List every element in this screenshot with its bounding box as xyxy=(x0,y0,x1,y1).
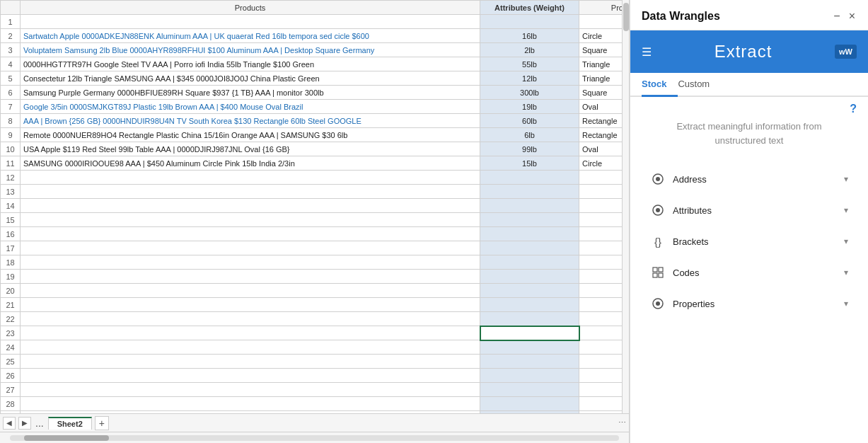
cell-b[interactable] xyxy=(480,270,579,284)
cell-a[interactable] xyxy=(21,340,480,355)
cell-b[interactable] xyxy=(480,298,579,312)
cell-a[interactable]: SAMSUNG 0000IRIOOUE98 AAA | $450 Aluminu… xyxy=(21,156,480,171)
cell-c[interactable] xyxy=(579,383,623,397)
cell-c[interactable]: Rectangle xyxy=(579,114,623,128)
cell-b[interactable]: 12lb xyxy=(480,71,579,86)
cell-c[interactable]: Rectangle xyxy=(579,128,623,142)
cell-b[interactable] xyxy=(480,355,579,369)
cell-c[interactable]: Oval xyxy=(579,100,623,114)
cell-c[interactable] xyxy=(579,298,623,312)
cell-a[interactable]: Samsung Purple Germany 0000HBFIUE89RH Sq… xyxy=(21,86,480,100)
help-icon-btn[interactable]: ? xyxy=(850,103,857,115)
vertical-scrollbar[interactable] xyxy=(622,0,629,413)
cell-b[interactable] xyxy=(480,255,579,270)
cell-b[interactable] xyxy=(480,15,579,29)
cell-b[interactable]: 16lb xyxy=(480,29,579,43)
sheet-tab-sheet2[interactable]: Sheet2 xyxy=(48,417,92,430)
v-scrollbar-thumb[interactable] xyxy=(623,3,629,31)
cell-b[interactable]: 15lb xyxy=(480,156,579,171)
cell-c[interactable] xyxy=(579,270,623,284)
sheet-prev-btn[interactable]: ◀ xyxy=(3,417,16,430)
cell-a[interactable]: 0000HHGT7TR97H Google Steel TV AAA | Por… xyxy=(21,57,480,71)
cell-b[interactable] xyxy=(480,369,579,383)
cell-b[interactable] xyxy=(480,284,579,298)
cell-a[interactable] xyxy=(21,171,480,185)
tab-custom[interactable]: Custom xyxy=(678,73,721,97)
panel-minimize-btn[interactable]: − xyxy=(832,8,841,24)
cell-a[interactable] xyxy=(21,383,480,397)
cell-c[interactable] xyxy=(579,15,623,29)
cell-b[interactable] xyxy=(480,171,579,185)
cell-a[interactable] xyxy=(21,255,480,270)
cell-b[interactable] xyxy=(480,397,579,411)
cell-a[interactable] xyxy=(21,199,480,213)
cell-a[interactable] xyxy=(21,185,480,199)
cell-c[interactable]: Circle xyxy=(579,156,623,171)
sheet-dots[interactable]: ... xyxy=(34,418,45,429)
cell-b[interactable]: 60lb xyxy=(480,114,579,128)
cell-c[interactable] xyxy=(579,185,623,199)
cell-b[interactable]: 2lb xyxy=(480,43,579,57)
cell-a[interactable]: AAA | Brown {256 GB} 0000HNDUIR98U4N TV … xyxy=(21,114,480,128)
cell-c[interactable] xyxy=(579,312,623,326)
cell-a[interactable]: USA Apple $119 Red Steel 99lb Table AAA … xyxy=(21,142,480,156)
cell-c[interactable] xyxy=(579,397,623,411)
option-brackets[interactable]: {} Brackets ▾ xyxy=(642,226,857,256)
cell-c[interactable]: Circle xyxy=(579,29,623,43)
cell-c[interactable] xyxy=(579,340,623,355)
col-c-header[interactable]: Prope xyxy=(579,1,623,15)
cell-c[interactable] xyxy=(579,241,623,255)
option-attributes[interactable]: Attributes ▾ xyxy=(642,195,857,225)
cell-b[interactable] xyxy=(480,383,579,397)
hamburger-icon[interactable]: ☰ xyxy=(642,45,652,59)
cell-b[interactable] xyxy=(480,326,579,340)
cell-a[interactable] xyxy=(21,326,480,340)
cell-c[interactable]: Triangle xyxy=(579,71,623,86)
panel-close-btn[interactable]: × xyxy=(847,8,857,24)
tab-stock[interactable]: Stock xyxy=(642,73,678,97)
cell-c[interactable]: Triangle xyxy=(579,57,623,71)
option-properties[interactable]: Properties ▾ xyxy=(642,289,857,318)
cell-c[interactable] xyxy=(579,199,623,213)
cell-b[interactable]: 99lb xyxy=(480,142,579,156)
cell-a[interactable]: Consectetur 12lb Triangle SAMSUNG AAA | … xyxy=(21,71,480,86)
cell-c[interactable]: Oval xyxy=(579,142,623,156)
cell-a[interactable]: Google 3/5in 0000SMJKGT89J Plastic 19lb … xyxy=(21,100,480,114)
cell-a[interactable] xyxy=(21,270,480,284)
cell-a[interactable] xyxy=(21,397,480,411)
cell-c[interactable]: Square xyxy=(579,43,623,57)
cell-c[interactable] xyxy=(579,213,623,227)
cell-a[interactable] xyxy=(21,241,480,255)
cell-a[interactable] xyxy=(21,227,480,241)
cell-a[interactable] xyxy=(21,298,480,312)
cell-a[interactable] xyxy=(21,355,480,369)
cell-b[interactable] xyxy=(480,241,579,255)
cell-b[interactable]: 300lb xyxy=(480,86,579,100)
cell-b[interactable]: 19lb xyxy=(480,100,579,114)
horizontal-scrollbar[interactable] xyxy=(10,435,619,441)
cell-a[interactable] xyxy=(21,284,480,298)
cell-a[interactable]: Voluptatem Samsung 2lb Blue 0000AHYR898R… xyxy=(21,43,480,57)
cell-b[interactable] xyxy=(480,199,579,213)
cell-c[interactable] xyxy=(579,284,623,298)
cell-c[interactable] xyxy=(579,255,623,270)
cell-a[interactable] xyxy=(21,312,480,326)
cell-c[interactable] xyxy=(579,326,623,340)
cell-b[interactable]: 55lb xyxy=(480,57,579,71)
cell-b[interactable] xyxy=(480,213,579,227)
cell-a[interactable] xyxy=(21,213,480,227)
option-address[interactable]: Address ▾ xyxy=(642,164,857,194)
cell-b[interactable] xyxy=(480,340,579,355)
cell-c[interactable]: Square xyxy=(579,86,623,100)
cell-a[interactable] xyxy=(21,15,480,29)
cell-b[interactable] xyxy=(480,227,579,241)
cell-c[interactable] xyxy=(579,355,623,369)
cell-a[interactable] xyxy=(21,369,480,383)
cell-c[interactable] xyxy=(579,369,623,383)
cell-c[interactable] xyxy=(579,227,623,241)
cell-c[interactable] xyxy=(579,171,623,185)
cell-b[interactable] xyxy=(480,185,579,199)
col-b-header[interactable]: Attributes (Weight) xyxy=(480,1,579,15)
option-codes[interactable]: Codes ▾ xyxy=(642,258,857,287)
h-scrollbar-thumb[interactable] xyxy=(24,435,109,441)
